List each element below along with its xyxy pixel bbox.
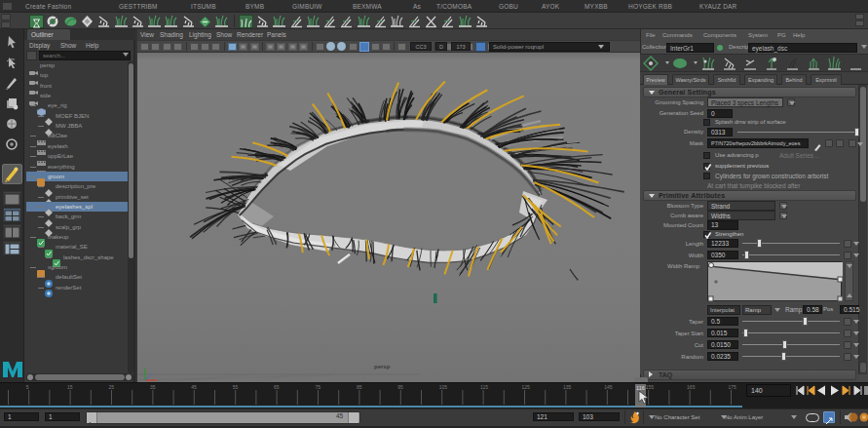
- svg-text:35: 35: [150, 384, 156, 390]
- svg-text:135: 135: [563, 384, 572, 390]
- svg-text:25: 25: [109, 384, 115, 390]
- svg-text:105: 105: [439, 384, 448, 390]
- svg-text:165: 165: [687, 384, 696, 390]
- svg-text:175: 175: [729, 384, 737, 390]
- svg-text:95: 95: [397, 384, 403, 390]
- svg-text:145: 145: [604, 384, 613, 390]
- svg-text:85: 85: [357, 384, 362, 390]
- svg-text:115: 115: [480, 384, 488, 390]
- svg-text:45: 45: [191, 384, 197, 390]
- svg-text:5: 5: [26, 384, 29, 390]
- svg-text:125: 125: [522, 384, 531, 390]
- svg-text:15: 15: [67, 384, 73, 390]
- svg-text:65: 65: [274, 384, 280, 390]
- svg-text:75: 75: [316, 384, 321, 390]
- svg-text:55: 55: [233, 384, 239, 390]
